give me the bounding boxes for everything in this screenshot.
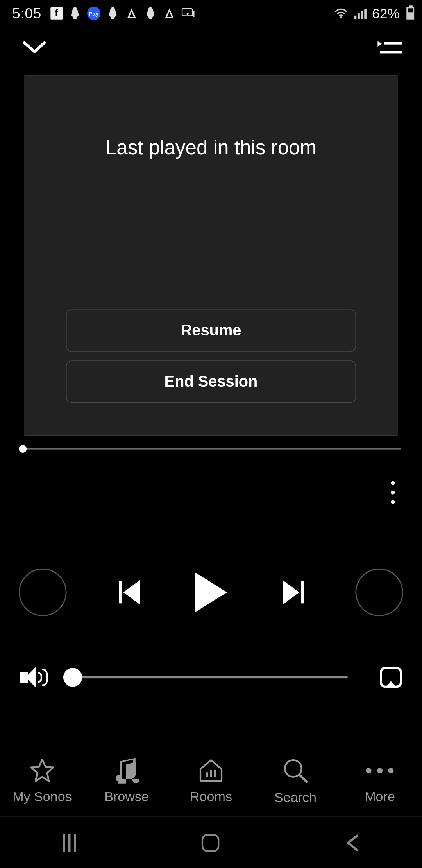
session-card-title: Last played in this room	[25, 136, 397, 160]
notif-icon-3	[125, 7, 138, 20]
end-session-button-label: End Session	[165, 373, 258, 391]
playback-progress-slider[interactable]	[21, 443, 401, 454]
tab-rooms[interactable]: Rooms	[169, 746, 253, 816]
android-back-button[interactable]	[345, 834, 359, 852]
cast-notif-icon	[181, 7, 195, 20]
play-button[interactable]	[195, 572, 227, 612]
tab-label: More	[365, 789, 395, 805]
battery-icon	[406, 7, 414, 19]
notif-icon-5	[163, 7, 176, 20]
end-session-button[interactable]: End Session	[66, 360, 356, 403]
progress-thumb[interactable]	[19, 445, 27, 453]
android-status-bar: 5:05 f Pay 62%	[0, 0, 422, 27]
status-right: 62%	[334, 5, 414, 22]
status-left: 5:05 f Pay	[12, 5, 195, 22]
facebook-notif-icon: f	[50, 7, 63, 19]
volume-icon[interactable]	[20, 665, 49, 690]
svg-rect-1	[193, 11, 194, 17]
next-track-button[interactable]	[279, 580, 304, 605]
tab-browse[interactable]: Browse	[84, 746, 169, 816]
shuffle-placeholder[interactable]	[19, 569, 66, 616]
wifi-icon	[334, 7, 347, 20]
tab-search[interactable]: Search	[253, 746, 338, 816]
android-recents-button[interactable]	[63, 834, 76, 852]
status-clock: 5:05	[12, 5, 41, 22]
tab-label: My Sonos	[13, 789, 72, 805]
music-note-icon	[114, 758, 139, 783]
rooms-icon	[197, 758, 225, 783]
tab-label: Browse	[104, 789, 149, 805]
resume-button[interactable]: Resume	[66, 310, 356, 352]
volume-thumb[interactable]	[63, 668, 82, 687]
tab-label: Rooms	[190, 789, 232, 805]
battery-percent: 62%	[372, 5, 400, 22]
samsung-pay-icon: Pay	[87, 7, 100, 20]
volume-slider[interactable]	[64, 676, 348, 678]
track-more-button[interactable]	[385, 481, 400, 504]
volume-row	[0, 665, 422, 690]
cell-signal-icon	[353, 8, 367, 19]
output-device-button[interactable]	[380, 667, 402, 688]
resume-button-label: Resume	[181, 322, 241, 339]
android-nav-bar	[0, 817, 422, 868]
svg-point-3	[285, 760, 302, 777]
previous-track-button[interactable]	[118, 580, 143, 605]
search-icon	[282, 757, 309, 784]
tab-my-sonos[interactable]: My Sonos	[0, 746, 84, 816]
notif-icon-2	[106, 7, 119, 20]
collapse-player-button[interactable]	[22, 41, 47, 55]
android-home-button[interactable]	[202, 834, 219, 852]
tab-more[interactable]: More	[338, 746, 422, 816]
session-card: Last played in this room Resume End Sess…	[25, 75, 398, 436]
player-header	[0, 27, 422, 69]
queue-button[interactable]	[379, 40, 402, 56]
svg-point-2	[340, 16, 342, 18]
bottom-tab-bar: My Sonos Browse Rooms Search More	[0, 746, 422, 817]
transport-controls	[0, 569, 422, 616]
repeat-placeholder[interactable]	[356, 569, 403, 616]
tab-label: Search	[274, 789, 316, 805]
notif-icon-4	[144, 7, 157, 20]
more-icon	[366, 758, 394, 783]
star-icon	[29, 758, 55, 783]
notif-icon	[68, 7, 81, 20]
